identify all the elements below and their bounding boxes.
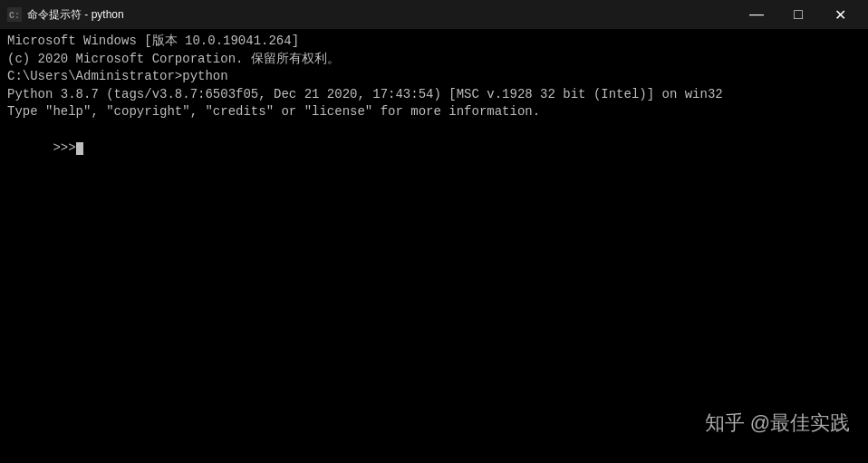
title-bar: C: 命令提示符 - python — □ ✕ (0, 0, 868, 29)
terminal-line-4: C:\Users\Administrator>python (7, 68, 861, 86)
maximize-button[interactable]: □ (777, 0, 819, 29)
terminal-prompt-line: >>> (7, 121, 861, 175)
terminal-line-5: Python 3.8.7 (tags/v3.8.7:6503f05, Dec 2… (7, 86, 861, 104)
window-title: 命令提示符 - python (27, 7, 124, 23)
cursor-blink (76, 142, 83, 155)
svg-text:C:: C: (9, 11, 20, 21)
minimize-button[interactable]: — (736, 0, 777, 29)
terminal-line-6: Type "help", "copyright", "credits" or "… (7, 103, 861, 121)
terminal-body[interactable]: Microsoft Windows [版本 10.0.19041.264] (c… (0, 29, 868, 463)
cmd-icon: C: (7, 7, 22, 22)
terminal-line-1: Microsoft Windows [版本 10.0.19041.264] (7, 33, 861, 51)
terminal-line-2: (c) 2020 Microsoft Corporation. 保留所有权利。 (7, 51, 861, 69)
window: C: 命令提示符 - python — □ ✕ Microsoft Window… (0, 0, 868, 463)
watermark: 知乎 @最佳实践 (705, 410, 850, 438)
title-bar-left: C: 命令提示符 - python (7, 7, 124, 23)
close-button[interactable]: ✕ (819, 0, 861, 29)
prompt-text: >>> (53, 140, 75, 155)
title-bar-controls: — □ ✕ (736, 0, 861, 29)
